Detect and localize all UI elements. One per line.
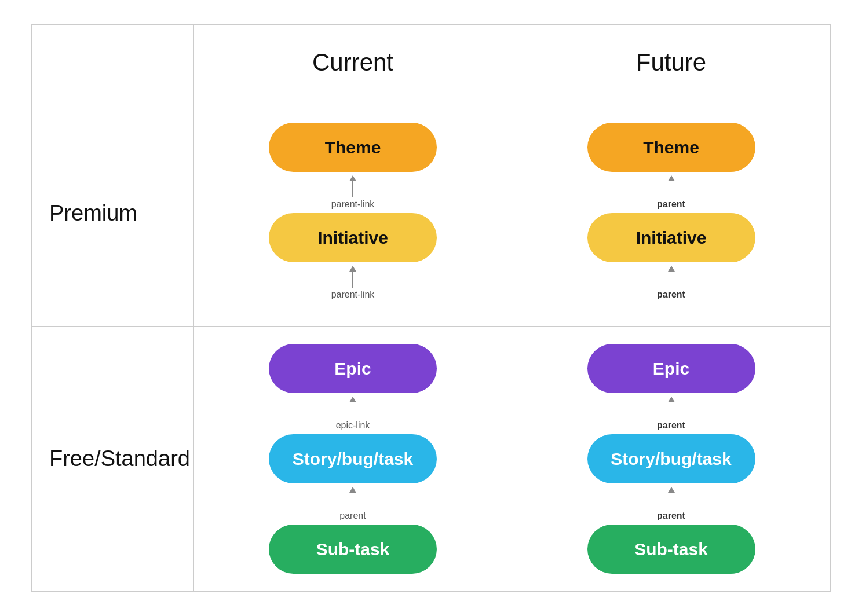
row-label-free: Free/Standard bbox=[32, 327, 194, 591]
arrow-shaft-3 bbox=[671, 181, 671, 197]
pill-story-future: Story/bug/task bbox=[587, 434, 755, 483]
pill-initiative-current: Initiative bbox=[269, 213, 437, 262]
arrow-up-icon-3 bbox=[668, 175, 675, 197]
arrow-up-icon-5 bbox=[349, 397, 356, 419]
header-current: Current bbox=[194, 25, 512, 100]
arrowhead-icon-2 bbox=[349, 266, 356, 272]
connector-initiative-epic-current: parent-link bbox=[331, 266, 375, 300]
pill-theme-future: Theme bbox=[587, 123, 755, 172]
arrow-shaft bbox=[352, 181, 353, 197]
connector-theme-initiative-future: parent bbox=[657, 175, 685, 210]
connector-story-subtask-current: parent bbox=[339, 487, 366, 521]
header-future-title: Future bbox=[636, 49, 706, 76]
arrow-shaft-7 bbox=[671, 402, 671, 419]
free-label: Free/Standard bbox=[49, 446, 190, 471]
connector-label-epic-link: epic-link bbox=[336, 420, 370, 431]
diagram: Current Future Premium Theme parent-link… bbox=[31, 24, 831, 592]
pill-subtask-current: Sub-task bbox=[269, 525, 437, 574]
arrow-up-icon-4 bbox=[668, 266, 675, 288]
connector-theme-initiative-current: parent-link bbox=[331, 175, 375, 210]
pill-subtask-future: Sub-task bbox=[587, 525, 755, 574]
arrow-up-icon-6 bbox=[349, 487, 356, 509]
connector-epic-story-future: parent bbox=[657, 397, 685, 431]
pill-initiative-future: Initiative bbox=[587, 213, 755, 262]
arrow-shaft-6 bbox=[353, 493, 353, 509]
connector-initiative-epic-future: parent bbox=[657, 266, 685, 300]
pill-story-current: Story/bug/task bbox=[269, 434, 437, 483]
pill-theme-current: Theme bbox=[269, 123, 437, 172]
arrow-shaft-2 bbox=[352, 272, 353, 288]
connector-label-parent: parent bbox=[339, 511, 366, 521]
connector-label-parent-link-2: parent-link bbox=[331, 289, 375, 300]
pill-epic-future: Epic bbox=[587, 344, 755, 393]
arrowhead-icon-7 bbox=[668, 397, 675, 402]
arrow-up-icon bbox=[349, 175, 356, 197]
arrow-shaft-4 bbox=[671, 272, 671, 288]
connector-label-parent-bold-4: parent bbox=[657, 511, 685, 521]
cell-free-current: Epic epic-link Story/bug/task parent Sub… bbox=[194, 327, 512, 591]
arrowhead-icon-4 bbox=[668, 266, 675, 272]
arrow-up-icon-7 bbox=[668, 397, 675, 419]
header-future: Future bbox=[512, 25, 830, 100]
arrow-shaft-5 bbox=[353, 402, 353, 419]
row-label-premium: Premium bbox=[32, 100, 194, 327]
connector-epic-story-current: epic-link bbox=[336, 397, 370, 431]
arrowhead-icon-8 bbox=[668, 487, 675, 493]
cell-premium-current: Theme parent-link Initiative parent-link bbox=[194, 100, 512, 327]
cell-free-future: Epic parent Story/bug/task parent Sub-ta… bbox=[512, 327, 830, 591]
arrowhead-icon-3 bbox=[668, 175, 675, 181]
connector-label-parent-bold-1: parent bbox=[657, 199, 685, 210]
connector-label-parent-bold-2: parent bbox=[657, 289, 685, 300]
connector-label-parent-bold-3: parent bbox=[657, 420, 685, 431]
connector-story-subtask-future: parent bbox=[657, 487, 685, 521]
arrowhead-icon-6 bbox=[349, 487, 356, 493]
arrow-shaft-8 bbox=[671, 493, 671, 509]
arrow-up-icon-8 bbox=[668, 487, 675, 509]
arrowhead-icon bbox=[349, 175, 356, 181]
header-empty bbox=[32, 25, 194, 100]
premium-label: Premium bbox=[49, 201, 137, 226]
cell-premium-future: Theme parent Initiative parent bbox=[512, 100, 830, 327]
pill-epic-current: Epic bbox=[269, 344, 437, 393]
arrow-up-icon-2 bbox=[349, 266, 356, 288]
arrowhead-icon-5 bbox=[349, 397, 356, 402]
header-current-title: Current bbox=[312, 49, 393, 76]
connector-label-parent-link-1: parent-link bbox=[331, 199, 375, 210]
